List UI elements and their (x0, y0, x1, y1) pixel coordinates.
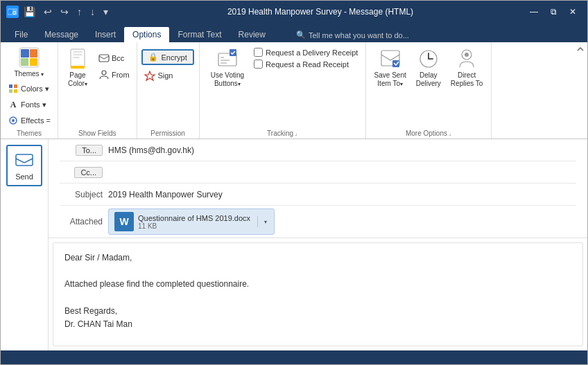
sign-button[interactable]: Sign (141, 68, 175, 83)
minimize-button[interactable]: — (525, 5, 543, 19)
svg-rect-16 (73, 54, 83, 55)
svg-point-20 (102, 71, 106, 75)
customize-icon[interactable]: ▾ (101, 6, 110, 17)
ribbon-group-more-options: Save SentItem To▾ DelayDelivery (366, 42, 492, 139)
encrypt-label: Encrypt (161, 53, 187, 62)
themes-icon (18, 46, 40, 69)
effects-label: Effects = (21, 116, 51, 125)
move-down-icon[interactable]: ↓ (88, 6, 97, 17)
attachment-dropdown[interactable]: ▾ (257, 216, 268, 227)
use-voting-button[interactable]: Use VotingButtons▾ (207, 45, 248, 91)
tab-options[interactable]: Options (124, 27, 169, 42)
svg-rect-24 (392, 60, 399, 67)
svg-rect-19 (99, 55, 109, 62)
sign-icon (144, 70, 155, 81)
tell-me-text: Tell me what you want to do... (309, 31, 409, 39)
attachment-size: 11 KB (138, 222, 250, 230)
save-sent-icon (379, 48, 401, 70)
sign-label: Sign (157, 71, 173, 80)
svg-rect-18 (71, 66, 85, 69)
title-bar-left: O 💾 ↩ ↪ ↑ ↓ ▾ (6, 6, 116, 18)
fonts-button[interactable]: A Fonts ▾ (5, 97, 53, 112)
ribbon-group-tracking: Use VotingButtons▾ Request a Delivery Re… (200, 42, 366, 139)
themes-group-label: Themes (17, 128, 42, 137)
to-button[interactable]: To... (76, 145, 103, 156)
word-doc-icon: W (114, 212, 134, 231)
show-fields-group-label: Show Fields (78, 128, 116, 137)
svg-rect-8 (9, 84, 12, 88)
attachment-chip[interactable]: W Questionnaire of HMS 2019.docx 11 KB ▾ (108, 208, 275, 235)
svg-text:O: O (12, 10, 17, 15)
effects-button[interactable]: Effects = (5, 113, 53, 128)
more-options-expander[interactable]: ⌟ (449, 130, 451, 136)
from-button[interactable]: From (96, 67, 132, 82)
read-receipt-checkbox[interactable] (254, 60, 263, 69)
themes-button[interactable]: Themes ▾ (10, 45, 49, 80)
collapse-ribbon-button[interactable] (573, 42, 587, 139)
attach-info: Questionnaire of HMS 2019.docx 11 KB (138, 214, 250, 230)
subject-field[interactable] (108, 187, 576, 202)
svg-rect-17 (73, 57, 80, 58)
undo-icon[interactable]: ↩ (42, 6, 54, 17)
compose-body[interactable]: Dear Sir / Madam, Attached please find t… (53, 242, 583, 346)
body-line6: Dr. CHAN Tai Man (64, 318, 571, 331)
cc-button[interactable]: Cc... (74, 167, 103, 178)
tab-file[interactable]: File (6, 27, 36, 42)
send-panel: Send (1, 139, 49, 350)
to-row: To... (60, 139, 576, 161)
cc-row: Cc... (60, 161, 576, 184)
fonts-icon: A (8, 99, 19, 110)
tab-message[interactable]: Message (36, 27, 87, 42)
bcc-label: Bcc (112, 54, 124, 62)
direct-replies-label: DirectReplies To (451, 71, 483, 88)
compose-header: To... Cc... Subject Attached (49, 139, 587, 238)
close-button[interactable]: ✕ (564, 5, 582, 19)
delivery-receipt-checkbox[interactable] (254, 48, 263, 57)
app-icon: O (6, 6, 19, 18)
to-label-btn: To... (60, 145, 108, 156)
tab-review[interactable]: Review (230, 27, 274, 42)
send-button[interactable]: Send (6, 145, 42, 186)
status-bar (1, 350, 587, 364)
direct-replies-button[interactable]: DirectReplies To (447, 45, 487, 91)
bcc-button[interactable]: Bcc (96, 51, 132, 66)
maximize-button[interactable]: ⧉ (544, 5, 562, 19)
tab-insert[interactable]: Insert (87, 27, 124, 42)
delay-delivery-button[interactable]: DelayDelivery (412, 45, 445, 91)
delay-delivery-label: DelayDelivery (416, 71, 441, 88)
search-icon: 🔍 (296, 30, 306, 39)
page-color-icon (67, 48, 89, 70)
permission-content: 🔒 Encrypt Sign (141, 45, 193, 128)
svg-point-13 (12, 119, 15, 122)
bcc-icon (98, 53, 110, 64)
tab-format-text[interactable]: Format Text (169, 27, 230, 42)
tracking-expander[interactable]: ⌟ (295, 130, 297, 136)
window-title: 2019 Health Manpower Survey - Message (H… (116, 7, 525, 17)
tell-me-field[interactable]: 🔍 Tell me what you want to do... (288, 28, 417, 42)
more-options-content: Save SentItem To▾ DelayDelivery (370, 45, 487, 128)
compose-fields-area: To... Cc... Subject Attached (49, 139, 587, 350)
svg-rect-4 (21, 49, 29, 57)
cc-field[interactable] (108, 165, 576, 180)
delivery-receipt-row: Request a Delivery Receipt (254, 48, 358, 57)
svg-rect-11 (14, 89, 17, 93)
svg-rect-5 (30, 49, 37, 57)
subject-label: Subject (60, 190, 108, 199)
redo-icon[interactable]: ↪ (58, 6, 71, 17)
encrypt-button[interactable]: 🔒 Encrypt (141, 49, 193, 65)
show-fields-content: PageColor▾ Bcc (62, 45, 132, 128)
ribbon-body: Themes ▾ Colors ▾ (1, 42, 587, 139)
save-icon[interactable]: 💾 (21, 6, 37, 17)
send-label: Send (15, 172, 33, 181)
svg-rect-9 (14, 84, 17, 88)
page-color-button[interactable]: PageColor▾ (62, 45, 93, 91)
colors-label: Colors ▾ (21, 84, 49, 94)
to-field[interactable] (108, 143, 576, 158)
move-up-icon[interactable]: ↑ (75, 6, 84, 17)
main-content: Send To... Cc... Subject (1, 139, 587, 350)
outlook-window: O 💾 ↩ ↪ ↑ ↓ ▾ 2019 Health Manpower Surve… (0, 0, 588, 365)
colors-button[interactable]: Colors ▾ (5, 81, 53, 96)
ribbon-group-themes: Themes ▾ Colors ▾ (1, 42, 58, 139)
save-sent-button[interactable]: Save SentItem To▾ (370, 45, 410, 91)
save-sent-label: Save SentItem To▾ (374, 71, 406, 88)
